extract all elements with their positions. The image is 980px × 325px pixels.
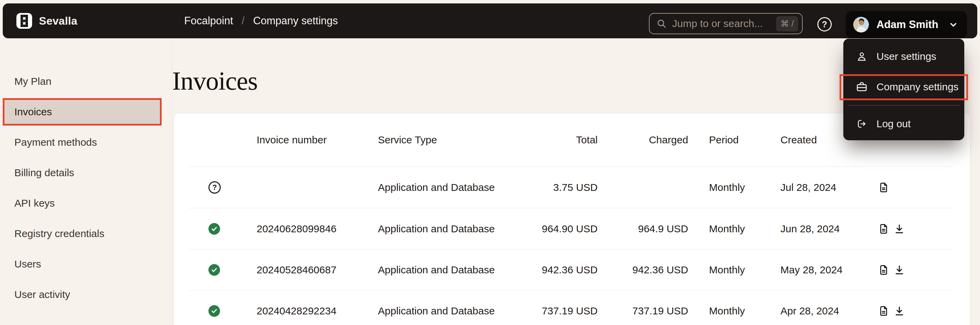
charged-cell: 964.9 USD: [598, 223, 688, 235]
period-cell: Monthly: [688, 223, 780, 235]
sidebar-item-billing-details[interactable]: Billing details: [3, 159, 162, 186]
brand-name: Sevalla: [39, 15, 77, 27]
page-title: Invoices: [172, 66, 257, 96]
sidebar-item-label: Billing details: [14, 167, 74, 179]
sidebar-item-label: Payment methods: [14, 136, 97, 148]
view-invoice-icon[interactable]: [878, 182, 889, 193]
sidebar-item-payment-methods[interactable]: Payment methods: [3, 129, 162, 156]
menu-item-company-settings[interactable]: Company settings: [843, 76, 964, 98]
logout-icon: [856, 118, 867, 129]
status-paid-check-icon: [208, 305, 220, 317]
briefcase-icon: [856, 81, 867, 93]
col-service-type: Service Type: [378, 134, 498, 146]
total-cell: 3.75 USD: [498, 182, 598, 193]
charged-cell: 942.36 USD: [598, 264, 688, 276]
sidebar-item-label: User activity: [14, 289, 70, 300]
sevalla-logo-icon: [16, 13, 32, 29]
user-name: Adam Smith: [877, 18, 941, 31]
service-type-cell: Application and Database: [378, 264, 498, 276]
table-row: 20240428292234 Application and Database …: [189, 290, 953, 325]
invoice-number-cell: 20240528460687: [257, 264, 378, 276]
invoice-number-cell: 20240628099846: [257, 223, 378, 235]
download-invoice-icon[interactable]: [894, 264, 905, 275]
table-header-row: Invoice number Service Type Total Charge…: [189, 113, 953, 166]
menu-item-label: Company settings: [877, 81, 958, 93]
sidebar-item-invoices[interactable]: Invoices: [3, 98, 162, 126]
created-cell: Jun 28, 2024: [780, 223, 878, 235]
user-menu-button[interactable]: Adam Smith: [846, 11, 967, 38]
question-icon: ?: [822, 19, 827, 29]
menu-item-label: Log out: [877, 118, 911, 130]
status-paid-check-icon: [208, 223, 220, 235]
view-invoice-icon[interactable]: [878, 306, 889, 317]
table-row: ? Application and Database 3.75 USD Mont…: [189, 166, 953, 208]
status-pending-question-icon[interactable]: ?: [208, 181, 221, 194]
invoices-table-card: Invoice number Service Type Total Charge…: [173, 113, 970, 325]
total-cell: 737.19 USD: [498, 305, 598, 317]
menu-item-label: User settings: [877, 51, 936, 62]
sidebar-item-label: Users: [14, 258, 41, 270]
settings-sidebar: My Plan Invoices Payment methods Billing…: [3, 68, 162, 308]
download-invoice-icon[interactable]: [894, 306, 905, 317]
sidebar-item-registry-credentials[interactable]: Registry credentials: [3, 220, 162, 247]
download-invoice-icon[interactable]: [894, 223, 905, 234]
sidebar-item-user-activity[interactable]: User activity: [3, 281, 162, 308]
table-row: 20240528460687 Application and Database …: [189, 249, 953, 290]
app-header: Sevalla Focalpoint / Company settings Ju…: [3, 3, 977, 38]
created-cell: May 28, 2024: [780, 264, 878, 276]
user-icon: [856, 51, 867, 62]
menu-item-log-out[interactable]: Log out: [843, 113, 964, 135]
search-placeholder: Jump to or search...: [672, 18, 770, 29]
avatar: [853, 17, 869, 32]
sidebar-item-label: Invoices: [14, 106, 52, 118]
search-shortcut-badge: ⌘ /: [776, 16, 798, 32]
search-input[interactable]: Jump to or search... ⌘ /: [649, 13, 803, 34]
status-paid-check-icon: [208, 264, 220, 276]
service-type-cell: Application and Database: [378, 182, 498, 193]
total-cell: 942.36 USD: [498, 264, 598, 276]
col-charged: Charged: [598, 134, 688, 146]
created-cell: Apr 28, 2024: [780, 305, 878, 317]
breadcrumb: Focalpoint / Company settings: [184, 3, 338, 38]
total-cell: 964.90 USD: [498, 223, 598, 235]
menu-divider: [848, 105, 960, 106]
invoice-number-cell: 20240428292234: [257, 305, 378, 317]
period-cell: Monthly: [688, 264, 780, 276]
help-button[interactable]: ?: [817, 17, 832, 32]
view-invoice-icon[interactable]: [878, 264, 889, 275]
period-cell: Monthly: [688, 182, 780, 193]
view-invoice-icon[interactable]: [878, 223, 889, 234]
service-type-cell: Application and Database: [378, 305, 498, 317]
breadcrumb-current[interactable]: Company settings: [253, 15, 338, 27]
user-dropdown-menu: User settings Company settings Log out: [843, 38, 964, 140]
period-cell: Monthly: [688, 305, 780, 317]
brand[interactable]: Sevalla: [16, 3, 77, 38]
sidebar-item-my-plan[interactable]: My Plan: [3, 68, 162, 95]
sidebar-item-api-keys[interactable]: API keys: [3, 189, 162, 217]
chevron-down-icon: [948, 20, 958, 29]
breadcrumb-separator: /: [242, 15, 245, 27]
search-icon: [656, 18, 667, 29]
charged-cell: 737.19 USD: [598, 305, 688, 317]
table-row: 20240628099846 Application and Database …: [189, 208, 953, 249]
pixel-eight-glyph: [21, 15, 28, 27]
created-cell: Jul 28, 2024: [780, 182, 878, 193]
breadcrumb-project[interactable]: Focalpoint: [184, 15, 233, 27]
sidebar-item-label: My Plan: [14, 75, 51, 87]
sidebar-item-label: Registry credentials: [14, 228, 104, 240]
sidebar-item-label: API keys: [14, 197, 55, 209]
sidebar-item-users[interactable]: Users: [3, 250, 162, 278]
col-period: Period: [688, 134, 780, 146]
service-type-cell: Application and Database: [378, 223, 498, 235]
col-invoice-number: Invoice number: [257, 134, 378, 146]
menu-item-user-settings[interactable]: User settings: [843, 45, 964, 67]
col-total: Total: [498, 134, 598, 146]
